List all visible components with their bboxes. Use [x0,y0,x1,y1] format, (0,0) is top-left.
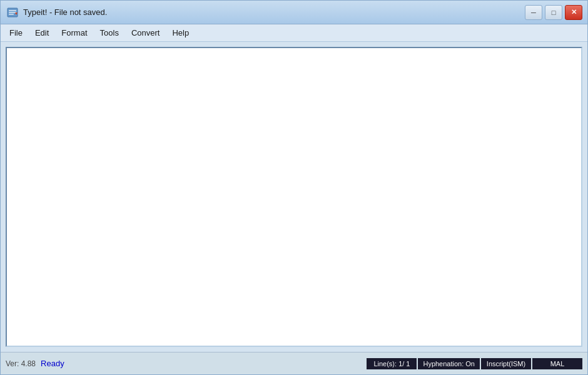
main-window: Typeit! - File not saved. ─ □ ✕ File Edi… [0,0,588,375]
svg-rect-1 [9,10,16,11]
title-bar-left: Typeit! - File not saved. [6,6,107,19]
version-label: Ver: 4.88 [6,359,36,368]
menu-file[interactable]: File [3,26,29,39]
language-badge: MAL [532,358,582,369]
title-bar-buttons: ─ □ ✕ [525,5,582,20]
content-area [1,42,587,352]
ready-label: Ready [41,359,64,368]
menu-bar: File Edit Format Tools Convert Help [1,24,587,42]
menu-edit[interactable]: Edit [29,26,55,39]
menu-help[interactable]: Help [166,26,195,39]
title-bar: Typeit! - File not saved. ─ □ ✕ [1,1,587,24]
lines-badge: Line(s): 1/ 1 [367,358,417,369]
close-button[interactable]: ✕ [565,5,582,20]
menu-tools[interactable]: Tools [94,26,125,39]
text-editor[interactable] [6,47,582,347]
maximize-button[interactable]: □ [545,5,562,20]
window-title: Typeit! - File not saved. [23,8,107,17]
app-icon [6,6,19,19]
status-right-panel: Line(s): 1/ 1 Hyphenation: On Inscript(I… [367,358,582,369]
hyphenation-badge: Hyphenation: On [418,358,480,369]
menu-convert[interactable]: Convert [125,26,166,39]
svg-rect-3 [9,14,14,15]
status-bar: Ver: 4.88 Ready Line(s): 1/ 1 Hyphenatio… [1,352,587,374]
minimize-button[interactable]: ─ [525,5,542,20]
menu-format[interactable]: Format [55,26,93,39]
inscript-badge: Inscript(ISM) [481,358,531,369]
